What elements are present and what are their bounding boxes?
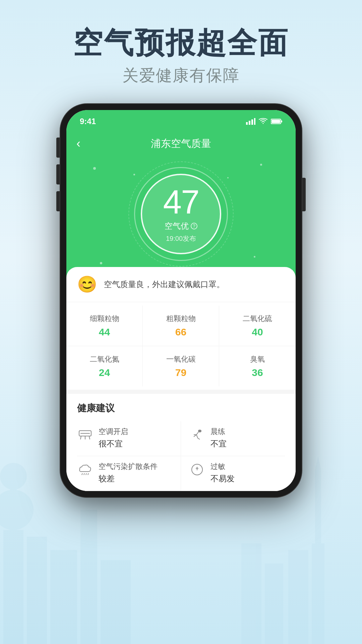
- svg-line-29: [88, 473, 88, 475]
- svg-point-1: [0, 463, 27, 490]
- svg-rect-13: [241, 543, 261, 644]
- app-header: ‹ 浦东空气质量: [66, 130, 296, 157]
- svg-rect-17: [254, 118, 255, 125]
- pollutant-value: 44: [99, 326, 110, 338]
- pollutant-item: 一氧化碳 79: [143, 346, 219, 386]
- health-status: 很不宜: [99, 438, 173, 449]
- health-item-pollution: 空气污染扩散条件 较差: [77, 456, 181, 491]
- run-icon: [189, 427, 205, 443]
- health-label: 空气污染扩散条件: [99, 462, 173, 472]
- aqi-inner-circle: 47 空气优 ? 19:00发布: [141, 174, 221, 254]
- pollutant-name: 臭氧: [250, 354, 265, 364]
- health-info-pollution: 空气污染扩散条件 较差: [99, 462, 173, 484]
- pollutant-item: 粗颗粒物 66: [143, 306, 219, 346]
- main-title: 空气预报超全面: [0, 27, 362, 59]
- svg-rect-3: [3, 530, 23, 644]
- health-info-ac: 空调开启 很不宜: [99, 427, 173, 449]
- svg-rect-10: [312, 543, 324, 644]
- cloud-icon: [77, 462, 93, 478]
- back-button[interactable]: ‹: [76, 137, 80, 151]
- health-status: 不易发: [210, 473, 282, 484]
- page-header: 空气预报超全面 关爱健康有保障: [0, 27, 362, 86]
- health-section: 健康建议: [66, 394, 296, 491]
- svg-marker-9: [315, 456, 321, 470]
- svg-rect-19: [281, 120, 282, 122]
- pollutant-value: 40: [252, 326, 263, 338]
- ac-icon: [77, 427, 93, 443]
- svg-rect-4: [27, 537, 47, 644]
- aqi-value: 47: [163, 185, 199, 219]
- health-label: 空调开启: [99, 427, 173, 437]
- aqi-label: 空气优 ?: [165, 221, 197, 231]
- advice-text: 空气质量良，外出建议佩戴口罩。: [104, 279, 225, 290]
- advice-emoji: 😊: [77, 275, 97, 294]
- health-item-allergy: 过敏 不易发: [181, 456, 285, 491]
- pollutant-item: 臭氧 36: [219, 346, 296, 386]
- main-subtitle: 关爱健康有保障: [0, 65, 362, 86]
- battery-icon: [271, 118, 282, 124]
- aqi-info-icon[interactable]: ?: [191, 223, 197, 229]
- pollutant-name: 二氧化硫: [243, 314, 272, 324]
- svg-rect-6: [80, 510, 97, 644]
- svg-line-26: [82, 473, 82, 475]
- svg-rect-20: [272, 120, 280, 123]
- pollutant-name: 二氧化氮: [90, 354, 119, 364]
- health-info-allergy: 过敏 不易发: [210, 462, 282, 484]
- svg-line-24: [89, 436, 90, 439]
- aqi-outer-ring: 47 空气优 ? 19:00发布: [134, 167, 228, 261]
- health-info-run: 晨练 不宜: [210, 427, 282, 449]
- phone-mockup: 9:41: [60, 104, 302, 497]
- health-title: 健康建议: [77, 402, 285, 415]
- svg-rect-7: [101, 560, 131, 644]
- pollutant-item: 细颗粒物 44: [66, 306, 143, 346]
- svg-rect-15: [249, 121, 250, 125]
- svg-line-28: [86, 473, 86, 475]
- health-item-ac: 空调开启 很不宜: [77, 421, 181, 456]
- signal-icon: [246, 118, 255, 125]
- advice-row: 😊 空气质量良，外出建议佩戴口罩。: [66, 267, 296, 302]
- pollutant-name: 一氧化碳: [166, 354, 196, 364]
- aqi-time: 19:00发布: [166, 234, 196, 243]
- pollutant-name: 粗颗粒物: [166, 314, 196, 324]
- svg-rect-12: [265, 564, 283, 644]
- pollutant-value: 66: [175, 326, 186, 338]
- status-bar: 9:41: [66, 110, 296, 130]
- pollutant-name: 细颗粒物: [90, 314, 119, 324]
- pollutant-value: 24: [99, 367, 110, 378]
- wifi-icon: [259, 118, 267, 125]
- svg-rect-11: [288, 550, 308, 644]
- health-grid: 空调开启 很不宜: [77, 421, 285, 491]
- pollutant-value: 79: [175, 367, 186, 378]
- svg-rect-14: [246, 122, 248, 125]
- pollutant-item: 二氧化氮 24: [66, 346, 143, 386]
- svg-line-22: [80, 436, 81, 439]
- pollutants-grid: 细颗粒物 44 粗颗粒物 66 二氧化硫 40 二氧化氮 24: [66, 302, 296, 394]
- card-area: 😊 空气质量良，外出建议佩戴口罩。 细颗粒物 44 粗颗粒物 66 二: [66, 267, 296, 491]
- app-title: 浦东空气质量: [151, 137, 211, 151]
- status-time: 9:41: [80, 117, 96, 126]
- svg-point-2: [0, 490, 34, 530]
- health-label: 晨练: [210, 427, 282, 437]
- health-status: 不宜: [210, 438, 282, 449]
- health-status: 较差: [99, 473, 173, 484]
- svg-rect-5: [50, 550, 77, 644]
- pollutant-item: 二氧化硫 40: [219, 306, 296, 346]
- svg-rect-16: [251, 119, 253, 125]
- health-item-run: 晨练 不宜: [181, 421, 285, 456]
- pollutant-value: 36: [252, 367, 263, 378]
- allergy-icon: [189, 462, 205, 478]
- health-label: 过敏: [210, 462, 282, 472]
- phone-screen: 9:41: [66, 110, 296, 491]
- phone-outer: 9:41: [60, 104, 302, 497]
- svg-line-27: [84, 473, 84, 475]
- aqi-section: 47 空气优 ? 19:00发布: [66, 157, 296, 278]
- status-icons: [246, 118, 282, 125]
